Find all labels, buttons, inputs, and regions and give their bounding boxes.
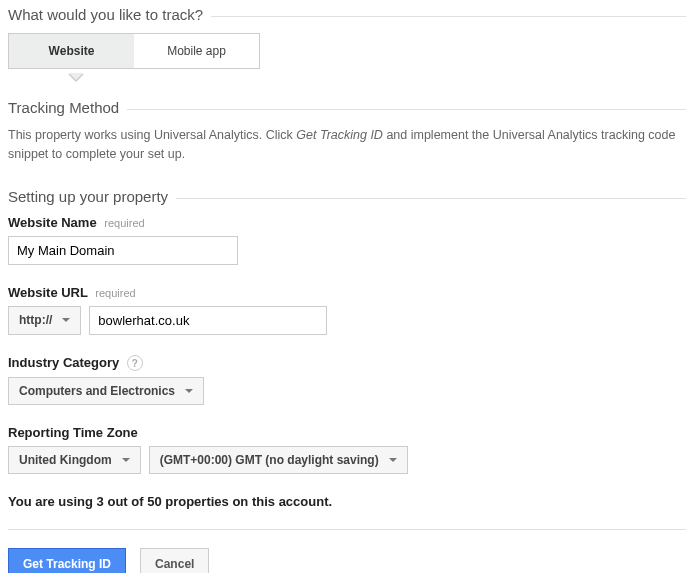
tab-mobile-app[interactable]: Mobile app [134,34,259,68]
get-tracking-id-button[interactable]: Get Tracking ID [8,548,126,573]
help-icon[interactable]: ? [127,355,143,371]
caret-down-icon [389,458,397,462]
website-name-label: Website Name required [8,215,686,230]
setup-property-title: Setting up your property [8,188,176,205]
label-text: Website Name [8,215,97,230]
tracking-method-title: Tracking Method [8,99,127,116]
caret-down-icon [62,318,70,322]
label-text: Website URL [8,285,88,300]
divider-line [211,16,686,17]
divider [8,529,686,530]
tab-website[interactable]: Website [9,34,134,68]
industry-category-label: Industry Category ? [8,355,686,372]
desc-pre: This property works using Universal Anal… [8,128,296,142]
website-name-input[interactable] [8,236,238,265]
protocol-value: http:// [19,313,52,327]
industry-value: Computers and Electronics [19,384,175,398]
timezone-gmt-dropdown[interactable]: (GMT+00:00) GMT (no daylight saving) [149,446,408,474]
tracking-method-description: This property works using Universal Anal… [8,126,686,164]
website-url-input[interactable] [89,306,327,335]
cancel-button[interactable]: Cancel [140,548,209,573]
timezone-gmt-value: (GMT+00:00) GMT (no daylight saving) [160,453,379,467]
track-type-tabs: Website Mobile app [8,33,260,69]
page-title: What would you like to track? [8,6,211,23]
timezone-country-dropdown[interactable]: United Kingdom [8,446,141,474]
desc-emphasis: Get Tracking ID [296,128,383,142]
required-text: required [104,217,144,229]
reporting-timezone-label: Reporting Time Zone [8,425,686,440]
website-url-label: Website URL required [8,285,686,300]
divider-line [176,198,686,199]
label-text: Industry Category [8,355,119,370]
caret-down-icon [122,458,130,462]
required-text: required [95,287,135,299]
divider-line [127,109,686,110]
caret-down-icon [185,389,193,393]
industry-category-dropdown[interactable]: Computers and Electronics [8,377,204,405]
tab-pointer-icon [8,75,686,85]
protocol-dropdown[interactable]: http:// [8,306,81,335]
usage-text: You are using 3 out of 50 properties on … [8,494,686,509]
timezone-country-value: United Kingdom [19,453,112,467]
